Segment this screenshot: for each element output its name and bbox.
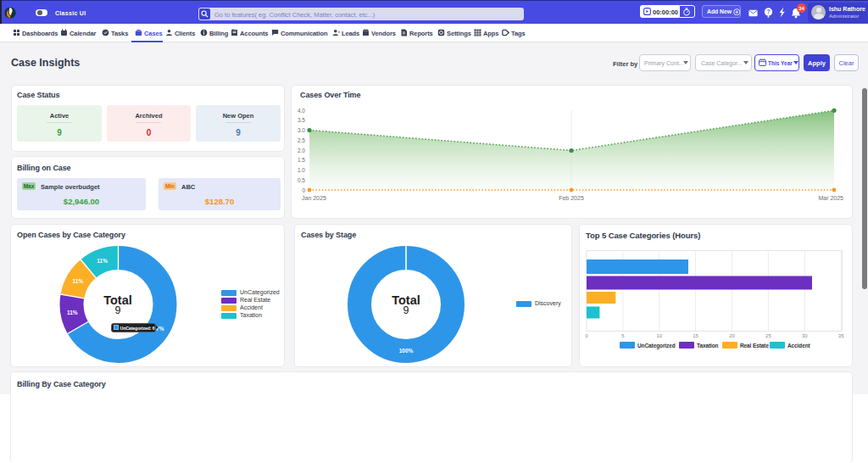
svg-text:30: 30	[802, 333, 808, 338]
svg-text:100%: 100%	[399, 348, 414, 354]
svg-text:15: 15	[693, 333, 698, 338]
svg-text:5: 5	[621, 333, 625, 338]
svg-text:20: 20	[729, 333, 735, 338]
svg-text:0: 0	[302, 187, 305, 193]
svg-text:1.5: 1.5	[298, 157, 305, 163]
svg-text:35: 35	[838, 333, 844, 338]
svg-text:2.0: 2.0	[298, 148, 305, 153]
svg-text:25: 25	[765, 333, 771, 338]
svg-text:0.5: 0.5	[298, 177, 305, 183]
svg-text:Mar 2025: Mar 2025	[818, 195, 843, 201]
svg-text:Jan 2025: Jan 2025	[302, 195, 326, 201]
svg-text:Feb 2025: Feb 2025	[559, 195, 584, 201]
svg-text:3.0: 3.0	[298, 127, 305, 133]
svg-text:10: 10	[656, 333, 662, 338]
svg-text:11%: 11%	[97, 258, 108, 264]
svg-text:3.5: 3.5	[298, 117, 305, 123]
svg-text:4.0: 4.0	[298, 108, 305, 114]
svg-text:0: 0	[585, 333, 588, 338]
svg-text:1.0: 1.0	[298, 167, 305, 173]
svg-text:11%: 11%	[73, 278, 84, 284]
svg-text:?: ?	[767, 8, 771, 14]
svg-text:2.5: 2.5	[298, 137, 305, 143]
